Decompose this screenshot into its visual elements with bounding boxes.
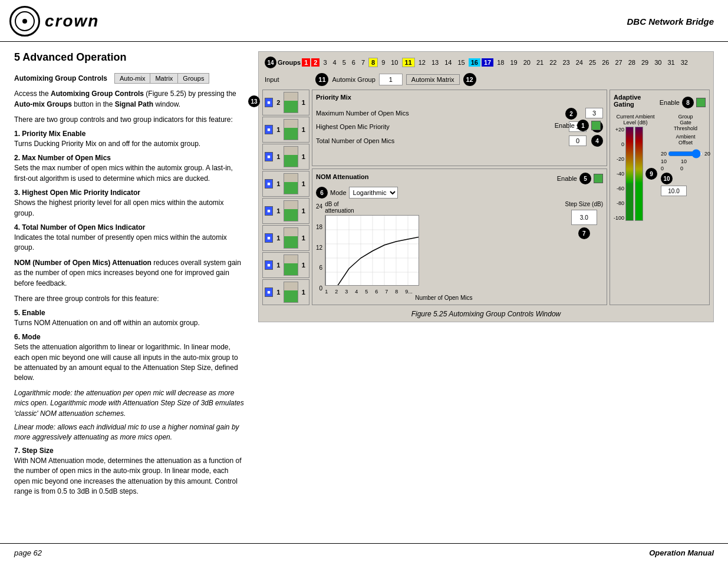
group-25[interactable]: 25	[587, 58, 598, 67]
ch-btn-1[interactable]: ■	[265, 98, 273, 107]
group-3[interactable]: 3	[321, 58, 329, 67]
log-mode-note: Logarithmic mode: the attenuation per op…	[14, 388, 244, 419]
adaptive-gating-panel: Adaptive Gating Enable 8 Current Ambient…	[610, 90, 710, 305]
pm-enable-checkbox[interactable]	[591, 121, 601, 130]
pm-highest-label: Highest Open Mic Priority	[316, 123, 565, 130]
group-11[interactable]: 11	[402, 58, 415, 67]
group-12[interactable]: 12	[416, 58, 428, 67]
group-6[interactable]: 6	[350, 58, 358, 67]
badge-13: 13	[248, 95, 260, 107]
logo-text: crown	[45, 12, 99, 31]
ag-threshold-row: 20 20	[661, 150, 710, 157]
group-18[interactable]: 18	[495, 58, 506, 67]
tab-matrix[interactable]: Matrix	[150, 74, 178, 83]
y-axis: 24 18 12 6 0	[316, 201, 322, 301]
x-axis-label: Number of Open Mics	[325, 295, 562, 301]
ch-btn-6[interactable]: ■	[265, 233, 273, 243]
figure-caption: Figure 5.25 Automixing Group Controls Wi…	[262, 310, 710, 318]
ch-fader-3[interactable]	[284, 146, 298, 167]
item-1-title: 1. Priority Mix Enable	[14, 130, 244, 138]
channel-strip-5: ■ 1 1	[262, 198, 309, 224]
item-5-title: 5. Enable	[14, 309, 244, 317]
ch-fader-2[interactable]	[284, 119, 298, 140]
ch-fader-8[interactable]	[284, 282, 298, 303]
ch-btn-5[interactable]: ■	[265, 206, 273, 216]
group-5[interactable]: 5	[340, 58, 348, 67]
ch-val-3: 1	[300, 153, 307, 160]
item-1: 1. Priority Mix Enable Turns Ducking Pri…	[14, 130, 244, 149]
group-1[interactable]: 1	[302, 58, 310, 67]
ch-fader-5[interactable]	[284, 200, 298, 222]
group-19[interactable]: 19	[508, 58, 520, 67]
ch-num-7: 1	[275, 262, 282, 269]
ch-fader-1[interactable]	[284, 92, 298, 113]
group-16[interactable]: 16	[469, 58, 480, 67]
item-3-body: Shows the highest priority level for all…	[14, 198, 244, 219]
y-6: 6	[319, 265, 323, 271]
ag-label-40: -40	[614, 171, 624, 177]
group-9[interactable]: 9	[379, 58, 387, 67]
group-32[interactable]: 32	[678, 58, 690, 67]
section-title: 5 Advanced Operation	[14, 51, 244, 64]
pm-max-label: Maximum Number of Open Mics	[316, 110, 582, 117]
tab-groups[interactable]: Groups	[178, 74, 209, 83]
group-21[interactable]: 21	[534, 58, 546, 67]
ag-current-label: Current AmbientLevel (dB)	[614, 114, 657, 125]
pm-total-input[interactable]	[569, 135, 587, 146]
group-14[interactable]: 14	[442, 58, 454, 67]
pm-enable-label: Enable	[555, 122, 575, 129]
item-7-title: 7. Step Size	[14, 447, 244, 455]
ch-btn-4[interactable]: ■	[265, 179, 273, 189]
group-20[interactable]: 20	[521, 58, 533, 67]
group-8[interactable]: 8	[368, 58, 378, 67]
group-4[interactable]: 4	[331, 58, 339, 67]
group-24[interactable]: 24	[574, 58, 585, 67]
ch-btn-3[interactable]: ■	[265, 152, 273, 161]
automix-matrix-btn[interactable]: Automix Matrix	[406, 74, 460, 85]
group-10[interactable]: 10	[388, 58, 400, 67]
group-15[interactable]: 15	[456, 58, 467, 67]
step-size-input[interactable]	[571, 210, 597, 225]
ch-btn-7[interactable]: ■	[265, 260, 273, 270]
mode-select[interactable]: Logarithmic Linear	[349, 187, 398, 199]
ag-ambient-label: AmbientOffset	[661, 134, 710, 146]
left-column: 5 Advanced Operation Automixing Group Co…	[14, 51, 244, 501]
ch-val-5: 1	[300, 207, 307, 214]
group-30[interactable]: 30	[652, 58, 664, 67]
ch-fader-6[interactable]	[284, 227, 298, 249]
ch-btn-2[interactable]: ■	[265, 125, 273, 134]
ag-spin-input[interactable]	[661, 186, 687, 196]
ag-mid-vals: 10 10	[661, 158, 710, 164]
ch-num-8: 1	[275, 289, 282, 296]
pm-max-input[interactable]	[585, 108, 603, 118]
group-31[interactable]: 31	[666, 58, 677, 67]
group-2[interactable]: 2	[311, 58, 319, 67]
group-13[interactable]: 13	[429, 58, 441, 67]
ch-fader-4[interactable]	[284, 173, 298, 194]
group-28[interactable]: 28	[626, 58, 638, 67]
group-26[interactable]: 26	[599, 58, 611, 67]
group-23[interactable]: 23	[561, 58, 572, 67]
item-2: 2. Max Number of Open Mics Sets the max …	[14, 154, 244, 184]
automix-group-input[interactable]	[379, 74, 403, 85]
right-column: 14 Groups 1 2 3 4 5 6 7 8 9 10 11 12 13 …	[258, 51, 714, 501]
ag-label-60: -60	[614, 186, 624, 191]
group-29[interactable]: 29	[639, 58, 651, 67]
ag-label-20: +20	[614, 127, 624, 133]
group-27[interactable]: 27	[613, 58, 625, 67]
group-22[interactable]: 22	[547, 58, 559, 67]
ag-enable-checkbox[interactable]	[696, 98, 706, 107]
ag-bot-vals: 0 0	[661, 166, 710, 171]
group-7[interactable]: 7	[359, 58, 367, 67]
nom-enable-area: Enable 5	[557, 173, 603, 184]
ag-badge10: 10	[661, 173, 673, 184]
ag-threshold-slider[interactable]	[668, 150, 703, 157]
ch-fader-7[interactable]	[284, 254, 298, 276]
ch-btn-8[interactable]: ■	[265, 287, 273, 297]
group-17[interactable]: 17	[482, 58, 493, 67]
nom-enable-checkbox[interactable]	[594, 174, 603, 183]
badge-12: 12	[463, 73, 476, 86]
footer-manual: Operation Manual	[649, 548, 714, 557]
tab-automix[interactable]: Auto-mix	[115, 74, 150, 83]
nom-badge6: 6	[316, 187, 328, 199]
